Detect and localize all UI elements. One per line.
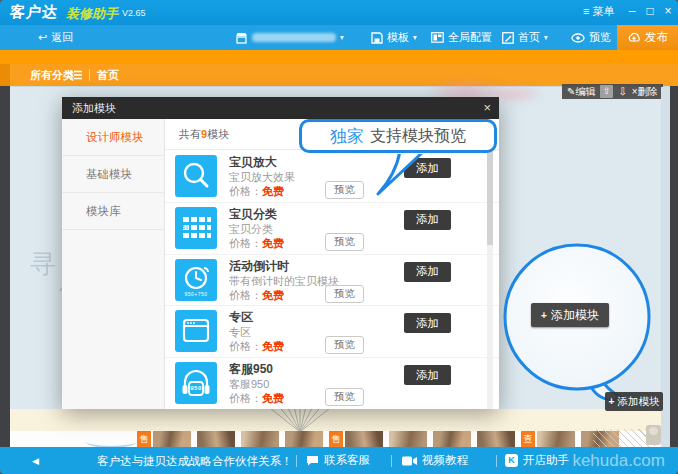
app-window: 客户达 装修助手 V2.65 ≡ 菜单 – □ × ↩ 返回 ▾ 模板 ▾ bbox=[0, 0, 678, 474]
module-subtitle: 宝贝放大效果 bbox=[229, 170, 295, 185]
announcement-prev-button[interactable]: ◀ bbox=[32, 447, 39, 474]
app-version: V2.65 bbox=[122, 8, 146, 18]
magnifier-icon bbox=[175, 155, 217, 197]
sidebar-item-designer-modules[interactable]: 设计师模块 bbox=[62, 119, 164, 156]
module-title: 客服950 bbox=[229, 361, 273, 378]
icon-label: 950 bbox=[163, 225, 205, 230]
orange-band bbox=[0, 50, 678, 64]
preview-button[interactable]: 预览 bbox=[325, 285, 364, 303]
back-button[interactable]: ↩ 返回 bbox=[38, 25, 73, 50]
shop-icon bbox=[235, 32, 248, 44]
icon-label: 950 bbox=[175, 385, 217, 391]
toolbar: ↩ 返回 ▾ 模板 ▾ 全局配置 bbox=[0, 25, 678, 50]
thumbnail-image bbox=[153, 431, 191, 448]
add-button[interactable]: 添加 bbox=[404, 313, 451, 333]
thumbnail-image bbox=[477, 431, 515, 448]
module-list: 共有9模块 宝贝放大 宝贝放大效果 价格：免费 预览 添加 bbox=[165, 119, 499, 409]
alarm-clock-icon: 950+750 bbox=[175, 259, 217, 301]
global-config-menu[interactable]: 全局配置 bbox=[431, 25, 492, 50]
chevron-down-icon: ▾ bbox=[413, 33, 417, 42]
dialog-close-icon[interactable]: × bbox=[483, 100, 491, 115]
module-subtitle: 客服950 bbox=[229, 377, 269, 392]
check-badge: 查 bbox=[521, 431, 535, 448]
app-logo: 客户达 bbox=[9, 3, 59, 22]
edit-button[interactable]: ✎编辑 bbox=[567, 85, 595, 99]
dialog-scrollbar-thumb[interactable] bbox=[487, 150, 493, 245]
move-up-button[interactable]: ⇧ bbox=[600, 85, 613, 98]
add-button[interactable]: 添加 bbox=[404, 365, 451, 385]
bottom-bar: ◀ 客户达与捷贝达成战略合作伙伴关系！ 联系客服 视频教程 K 开店助手 keh… bbox=[0, 447, 678, 474]
thumbnail-image bbox=[389, 431, 427, 448]
account-selector[interactable]: ▾ bbox=[235, 25, 344, 50]
thumbnail-image bbox=[197, 431, 235, 448]
corner-add-module-button[interactable]: + 添加模块 bbox=[605, 392, 663, 411]
grid-icon: 950 bbox=[175, 207, 217, 249]
template-menu[interactable]: 模板 ▾ bbox=[371, 25, 417, 50]
sidebar-item-module-library[interactable]: 模块库 bbox=[62, 193, 164, 230]
preview-button[interactable]: 预览 bbox=[325, 388, 364, 406]
maximize-button[interactable]: □ bbox=[642, 4, 658, 18]
module-subtitle: 专区 bbox=[229, 325, 251, 340]
dialog-scrollbar[interactable] bbox=[487, 150, 493, 409]
add-button[interactable]: 添加 bbox=[404, 262, 451, 282]
announcement-text: 客户达与捷贝达成战略合作伙伴关系！ bbox=[97, 454, 293, 469]
separator bbox=[496, 455, 497, 467]
menu-button[interactable]: ≡ 菜单 bbox=[583, 4, 614, 19]
close-button[interactable]: × bbox=[660, 4, 676, 18]
tab-divider bbox=[89, 69, 90, 81]
decor-swoosh bbox=[85, 434, 137, 448]
thumbnail-image bbox=[241, 431, 279, 448]
module-subtitle: 带有倒计时的宝贝模块 bbox=[229, 274, 339, 289]
browser-window-icon bbox=[175, 310, 217, 352]
module-title: 宝贝放大 bbox=[229, 154, 277, 171]
sale-badge: 售 bbox=[329, 431, 343, 448]
shop-assistant-button[interactable]: K 开店助手 bbox=[505, 447, 569, 474]
module-row: 宝贝放大 宝贝放大效果 价格：免费 预览 添加 bbox=[165, 150, 499, 203]
app-subtitle: 装修助手 bbox=[66, 5, 118, 23]
separator bbox=[391, 455, 392, 467]
plus-icon: + bbox=[609, 396, 615, 407]
module-row: 950+750 活动倒计时 带有倒计时的宝贝模块 价格：免费 预览 添加 bbox=[165, 254, 499, 307]
publish-button[interactable]: 发布 bbox=[617, 25, 678, 50]
thumbnail-image bbox=[345, 431, 383, 448]
decor-figure bbox=[646, 425, 661, 445]
callout-text: 支持模块预览 bbox=[370, 126, 466, 147]
preview-button[interactable]: 预览 bbox=[325, 181, 364, 199]
thumbnail-image bbox=[537, 431, 575, 448]
chevron-down-icon: ▾ bbox=[340, 33, 344, 42]
module-price: 价格：免费 bbox=[229, 288, 284, 303]
minimize-button[interactable]: – bbox=[624, 4, 640, 18]
plus-icon: + bbox=[541, 310, 547, 321]
preview-button[interactable]: 预览 bbox=[571, 25, 611, 50]
delete-button[interactable]: ×删除 bbox=[632, 85, 658, 99]
tab-bar-edge bbox=[0, 64, 10, 86]
thumbnail-image bbox=[433, 431, 471, 448]
module-price: 价格：免费 bbox=[229, 184, 284, 199]
title-bar: 客户达 装修助手 V2.65 ≡ 菜单 – □ × bbox=[0, 0, 678, 25]
tab-bar: 所有分类 首页 bbox=[0, 64, 678, 86]
callout-tail bbox=[370, 150, 430, 196]
add-button[interactable]: 添加 bbox=[404, 210, 451, 230]
preview-button[interactable]: 预览 bbox=[325, 336, 364, 354]
move-down-button[interactable]: ⇩ bbox=[618, 86, 626, 97]
preview-button[interactable]: 预览 bbox=[325, 233, 364, 251]
module-row: 950 宝贝分类 宝贝分类 价格：免费 预览 添加 bbox=[165, 202, 499, 255]
tab-home[interactable]: 首页 bbox=[97, 64, 119, 86]
list-view-icon[interactable] bbox=[70, 70, 82, 80]
contact-support-button[interactable]: 联系客服 bbox=[306, 447, 370, 474]
module-title: 活动倒计时 bbox=[229, 258, 289, 275]
brand-url: kehuda.com bbox=[572, 451, 665, 471]
module-price: 价格：免费 bbox=[229, 339, 284, 354]
add-module-bubble bbox=[495, 240, 665, 415]
tab-all-categories[interactable]: 所有分类 bbox=[30, 64, 74, 86]
module-price: 价格：免费 bbox=[229, 236, 284, 251]
callout-badge: 独家 bbox=[330, 125, 364, 148]
home-menu[interactable]: 首页 ▾ bbox=[502, 25, 548, 50]
bubble-add-module-button[interactable]: + 添加模块 bbox=[531, 303, 609, 327]
edit-page-icon bbox=[502, 32, 514, 44]
dialog-title: 添加模块 bbox=[72, 101, 116, 116]
sidebar-item-basic-modules[interactable]: 基础模块 bbox=[62, 156, 164, 193]
k-badge-icon: K bbox=[505, 454, 518, 467]
video-tutorials-button[interactable]: 视频教程 bbox=[402, 447, 468, 474]
dialog-header: 添加模块 × bbox=[62, 97, 499, 119]
